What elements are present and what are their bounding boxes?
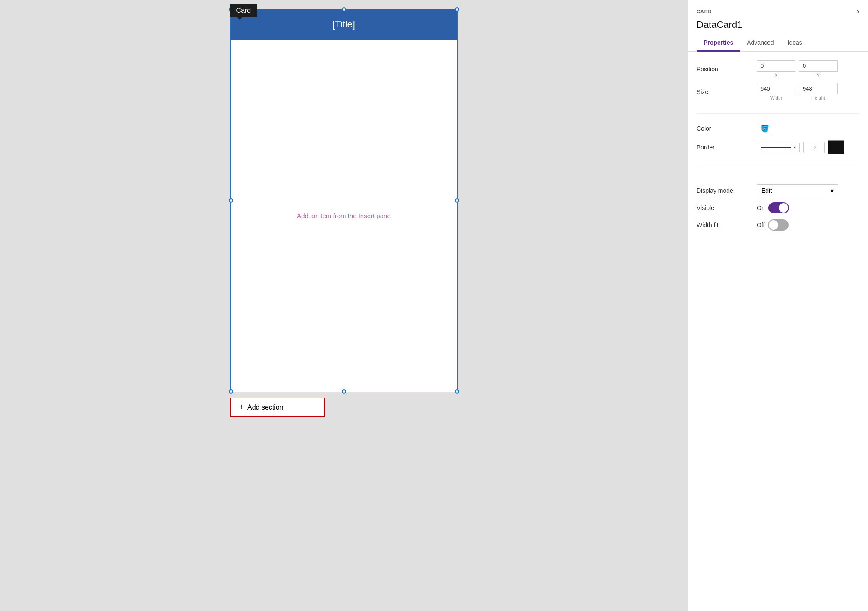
visible-label: Visible <box>697 204 757 211</box>
right-panel: CARD › DataCard1 Properties Advanced Ide… <box>688 0 868 611</box>
border-row: Border ▾ <box>697 140 859 154</box>
chevron-down-icon: ▾ <box>831 187 834 194</box>
border-style-select[interactable]: ▾ <box>757 143 800 152</box>
panel-title: DataCard1 <box>688 18 868 36</box>
panel-tabs: Properties Advanced Ideas <box>688 36 868 52</box>
visible-toggle[interactable] <box>768 202 789 213</box>
card-title-text: [Title] <box>332 19 355 30</box>
tab-ideas[interactable]: Ideas <box>781 36 809 52</box>
paint-bucket-icon: 🪣 <box>761 125 769 133</box>
card-title-bar: [Title] <box>231 9 457 40</box>
handle-middle-left[interactable] <box>229 198 233 203</box>
chevron-down-icon: ▾ <box>794 145 796 150</box>
divider-1 <box>697 176 859 176</box>
display-mode-value: Edit <box>761 187 772 194</box>
visible-toggle-knob <box>779 203 788 213</box>
size-height-input[interactable] <box>799 83 838 94</box>
color-label: Color <box>697 125 757 132</box>
add-section-label: Add section <box>247 404 283 411</box>
border-color-swatch[interactable] <box>828 140 844 154</box>
border-line-preview <box>761 147 791 148</box>
color-swatch-button[interactable]: 🪣 <box>757 122 773 135</box>
color-inputs: 🪣 <box>757 122 773 135</box>
position-row: Position X Y <box>697 60 859 78</box>
handle-top-center[interactable] <box>342 7 346 12</box>
position-inputs: X Y <box>757 60 838 78</box>
handle-middle-right[interactable] <box>455 198 459 203</box>
width-fit-label: Width fit <box>697 222 757 228</box>
panel-close-button[interactable]: › <box>857 7 859 16</box>
card-body: Add an item from the Insert pane <box>231 40 457 392</box>
border-inputs: ▾ <box>757 140 844 154</box>
size-width-label: Width <box>770 95 782 100</box>
color-row: Color 🪣 <box>697 122 859 135</box>
display-mode-label: Display mode <box>697 187 757 194</box>
visible-row: Visible On <box>697 202 859 213</box>
size-width-group: Width <box>757 83 795 100</box>
handle-bottom-right[interactable] <box>455 389 459 394</box>
size-height-label: Height <box>811 95 825 100</box>
card-label: Card <box>230 4 257 17</box>
border-width-input[interactable] <box>803 142 825 153</box>
size-inputs: Width Height <box>757 83 838 100</box>
tab-properties[interactable]: Properties <box>697 36 740 52</box>
chevron-right-icon: › <box>857 7 859 15</box>
panel-header: CARD › <box>688 0 868 18</box>
add-section-button[interactable]: + Add section <box>230 398 325 417</box>
position-x-label: X <box>774 73 777 78</box>
position-x-group: X <box>757 60 795 78</box>
width-fit-state-label: Off <box>757 222 764 228</box>
card-container: Card [Title] Add an item from the Insert… <box>230 9 458 417</box>
border-label: Border <box>697 144 757 151</box>
card-frame[interactable]: [Title] Add an item from the Insert pane <box>230 9 458 392</box>
display-mode-select[interactable]: Edit ▾ <box>757 184 838 197</box>
color-section: Color 🪣 Border ▾ <box>697 122 859 167</box>
tab-advanced[interactable]: Advanced <box>740 36 780 52</box>
width-fit-toggle[interactable] <box>768 219 789 231</box>
size-label: Size <box>697 88 757 95</box>
size-row: Size Width Height <box>697 83 859 100</box>
panel-content: Position X Y Size <box>688 52 868 245</box>
size-height-group: Height <box>799 83 838 100</box>
position-section: Position X Y Size <box>697 60 859 114</box>
size-width-input[interactable] <box>757 83 795 94</box>
display-mode-row: Display mode Edit ▾ <box>697 184 859 197</box>
position-y-input[interactable] <box>799 60 838 72</box>
position-x-input[interactable] <box>757 60 795 72</box>
position-y-group: Y <box>799 60 838 78</box>
position-label: Position <box>697 66 757 73</box>
handle-bottom-center[interactable] <box>342 389 346 394</box>
position-y-label: Y <box>816 73 819 78</box>
handle-top-right[interactable] <box>455 7 459 12</box>
width-fit-row: Width fit Off <box>697 219 859 231</box>
card-body-hint: Add an item from the Insert pane <box>297 212 390 219</box>
add-section-plus-icon: + <box>240 403 244 412</box>
canvas-area: Card [Title] Add an item from the Insert… <box>0 0 688 611</box>
panel-card-type-label: CARD <box>697 9 712 14</box>
width-fit-toggle-knob <box>769 220 778 230</box>
handle-bottom-left[interactable] <box>229 389 233 394</box>
visible-state-label: On <box>757 204 765 211</box>
